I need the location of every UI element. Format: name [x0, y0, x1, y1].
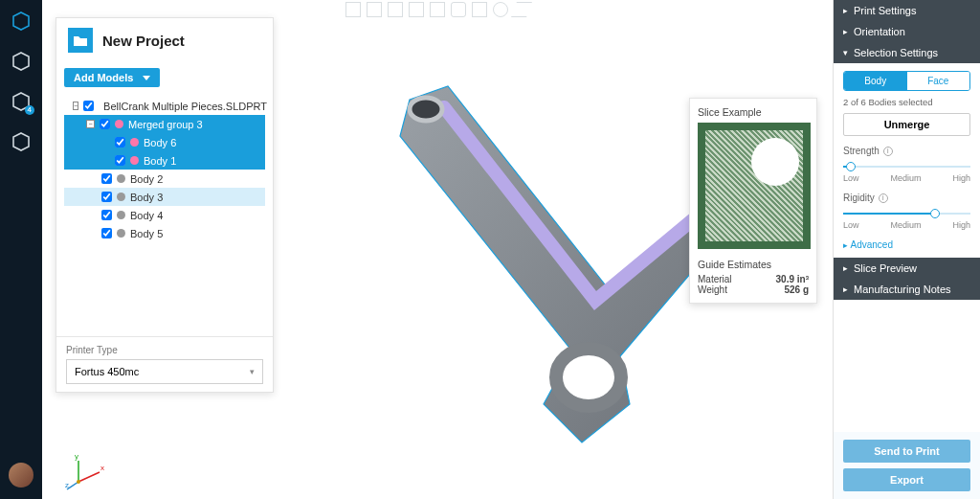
chevron-down-icon: ▾: [843, 48, 848, 57]
cube-icon[interactable]: [10, 10, 33, 33]
right-panel: ▸Print Settings ▸Orientation ▾Selection …: [833, 0, 980, 499]
body-icon: [117, 229, 125, 238]
add-models-label: Add Models: [74, 72, 133, 83]
svg-text:z: z: [65, 481, 69, 489]
body-icon: [117, 174, 125, 183]
view-icon[interactable]: [493, 2, 508, 17]
axis-triad: x y z: [65, 449, 107, 491]
band-print-settings[interactable]: ▸Print Settings: [834, 0, 980, 21]
tree-row[interactable]: Body 2: [64, 170, 265, 188]
printer-type-label: Printer Type: [66, 345, 263, 355]
project-panel: New Project Add Models −BellCrank Multip…: [56, 17, 274, 393]
right-footer: Send to Print Export: [834, 432, 980, 499]
send-to-print-button[interactable]: Send to Print: [843, 440, 970, 463]
history-icon[interactable]: 4: [10, 90, 33, 113]
svg-line-2: [78, 472, 100, 482]
visibility-checkbox[interactable]: [101, 192, 112, 202]
view-icon[interactable]: [472, 2, 487, 17]
band-orientation[interactable]: ▸Orientation: [834, 21, 980, 42]
view-icon[interactable]: [430, 2, 445, 17]
printer-type-select[interactable]: Fortus 450mc ▾: [66, 359, 263, 384]
view-icon[interactable]: [388, 2, 403, 17]
visibility-checkbox[interactable]: [101, 173, 112, 184]
view-icon[interactable]: [345, 2, 361, 17]
chevron-down-icon: ▾: [250, 367, 255, 376]
estimate-row: Weight526 g: [698, 284, 809, 295]
info-icon[interactable]: i: [883, 147, 893, 156]
tree-label: BellCrank Multiple Pieces.SLDPRT: [103, 101, 267, 112]
expander-icon[interactable]: −: [73, 102, 78, 110]
tree-row[interactable]: Body 3: [64, 188, 265, 206]
visibility-checkbox[interactable]: [101, 210, 112, 220]
chevron-right-icon: ▸: [843, 263, 848, 273]
seg-body-button[interactable]: Body: [844, 72, 907, 90]
svg-text:y: y: [75, 452, 78, 461]
export-button[interactable]: Export: [843, 468, 970, 491]
visibility-checkbox[interactable]: [101, 228, 112, 238]
chevron-down-icon: [143, 76, 150, 80]
tree-row[interactable]: Body 4: [64, 206, 265, 224]
view-icon[interactable]: [451, 2, 466, 17]
tree-label: Body 2: [130, 173, 163, 185]
body-icon: [115, 120, 123, 128]
view-icon[interactable]: [367, 2, 382, 17]
tree-label: Body 3: [130, 192, 163, 203]
slice-title: Slice Example: [698, 106, 809, 118]
body-icon: [130, 156, 139, 165]
tree-label: Body 1: [144, 155, 176, 167]
tree-row[interactable]: Body 6: [64, 133, 265, 151]
svg-point-8: [77, 480, 80, 484]
info-icon[interactable]: i: [879, 193, 888, 203]
chevron-right-icon: ▸: [843, 6, 848, 15]
svg-text:x: x: [100, 464, 104, 472]
band-selection-settings[interactable]: ▾Selection Settings: [834, 42, 980, 63]
selection-status: 2 of 6 Bodies selected: [843, 97, 970, 107]
add-to-scene-icon[interactable]: [10, 50, 33, 73]
view-cube-toolbar: [345, 2, 529, 17]
rigidity-slider[interactable]: [843, 209, 970, 218]
project-title: New Project: [102, 33, 185, 49]
svg-point-1: [556, 349, 621, 406]
tree-label: Body 5: [130, 228, 163, 239]
tree-row[interactable]: Body 1: [64, 151, 265, 170]
view-icon[interactable]: [511, 2, 532, 17]
expander-icon[interactable]: −: [86, 120, 95, 128]
tree-row[interactable]: −Merged group 3: [64, 115, 265, 133]
slice-popover: Slice Example Guide Estimates Material30…: [689, 98, 817, 304]
model-tree: −BellCrank Multiple Pieces.SLDPRT−Merged…: [64, 97, 265, 242]
band-slice-preview[interactable]: ▸Slice Preview: [834, 258, 980, 279]
visibility-checkbox[interactable]: [115, 137, 125, 147]
estimates-title: Guide Estimates: [698, 259, 809, 270]
body-icon: [117, 211, 125, 219]
recent-icon[interactable]: [10, 130, 33, 153]
chevron-right-icon: ▸: [843, 284, 848, 294]
unmerge-button[interactable]: Unmerge: [843, 113, 970, 136]
visibility-checkbox[interactable]: [100, 119, 110, 129]
estimate-row: Material30.9 in³: [698, 274, 809, 284]
project-icon: [68, 28, 93, 53]
seg-face-button[interactable]: Face: [907, 72, 970, 90]
tree-row[interactable]: Body 5: [64, 224, 265, 242]
strength-slider[interactable]: [843, 162, 970, 171]
body-icon: [117, 193, 125, 201]
selection-settings-content: Body Face 2 of 6 Bodies selected Unmerge…: [834, 63, 980, 258]
strength-label: Strengthi: [843, 146, 970, 156]
tree-row[interactable]: −BellCrank Multiple Pieces.SLDPRT: [64, 97, 265, 115]
left-icon-bar: 4: [0, 0, 42, 499]
visibility-checkbox[interactable]: [83, 101, 94, 111]
visibility-checkbox[interactable]: [115, 155, 125, 166]
avatar[interactable]: [9, 463, 33, 488]
band-manufacturing-notes[interactable]: ▸Manufacturing Notes: [834, 279, 980, 300]
tree-label: Merged group 3: [128, 119, 203, 130]
svg-point-0: [410, 98, 442, 121]
add-models-button[interactable]: Add Models: [64, 68, 160, 87]
chevron-right-icon: ▸: [843, 27, 848, 36]
selection-mode-segment: Body Face: [843, 71, 970, 91]
rigidity-label: Rigidityi: [843, 193, 970, 203]
view-icon[interactable]: [409, 2, 424, 17]
tree-label: Body 6: [144, 137, 176, 148]
advanced-toggle[interactable]: Advanced: [843, 239, 970, 250]
printer-type-value: Fortus 450mc: [75, 366, 139, 377]
body-icon: [130, 138, 139, 147]
slice-preview-image: [698, 123, 811, 249]
